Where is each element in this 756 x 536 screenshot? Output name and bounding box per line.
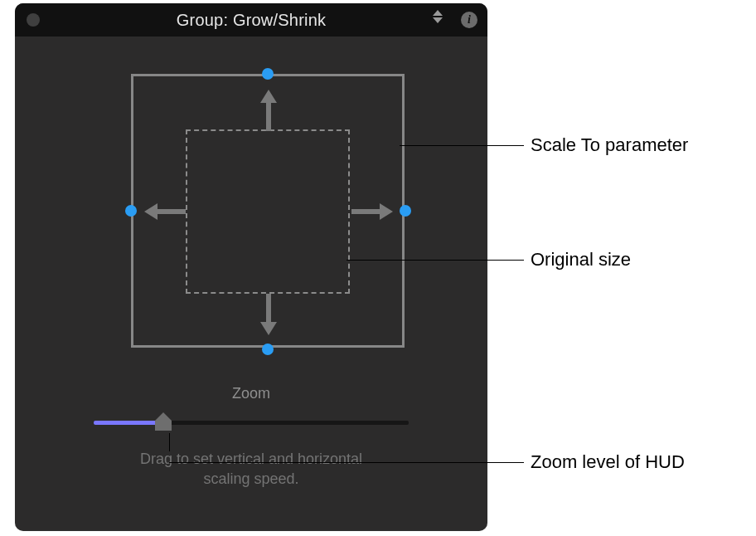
scale-handle-left[interactable] <box>125 205 137 217</box>
svg-marker-6 <box>155 412 172 431</box>
svg-marker-5 <box>351 203 393 220</box>
zoom-hint-line2: scaling speed. <box>203 470 298 487</box>
scale-handle-right[interactable] <box>400 205 411 217</box>
arrow-down-icon <box>260 294 277 335</box>
scale-handle-top[interactable] <box>262 68 274 80</box>
window-control-dot[interactable] <box>27 13 40 27</box>
callout-line <box>169 462 524 463</box>
slider-fill <box>94 421 163 425</box>
callout-line <box>400 145 524 146</box>
title-stepper-icon[interactable] <box>431 10 444 23</box>
hud-header: Group: Grow/Shrink i <box>15 3 487 37</box>
svg-marker-1 <box>433 17 443 23</box>
callout-label-zoom: Zoom level of HUD <box>531 451 685 473</box>
original-size-box <box>186 129 350 294</box>
callout-line <box>346 260 524 261</box>
callout-label-original: Original size <box>531 249 631 270</box>
arrow-up-icon <box>260 90 277 131</box>
callout-label-scale-to: Scale To parameter <box>531 134 688 156</box>
scale-handle-bottom[interactable] <box>262 344 274 355</box>
callout-zoom: Zoom level of HUD <box>169 451 685 473</box>
arrow-left-icon <box>144 203 186 220</box>
hud-title[interactable]: Group: Grow/Shrink <box>15 11 487 30</box>
svg-marker-3 <box>260 294 277 335</box>
info-icon[interactable]: i <box>461 12 477 28</box>
svg-marker-0 <box>433 10 443 16</box>
callout-scale-to: Scale To parameter <box>400 134 688 156</box>
scale-canvas[interactable] <box>15 37 487 385</box>
arrow-right-icon <box>351 203 393 220</box>
callout-original: Original size <box>346 249 631 270</box>
zoom-section: Zoom Drag to set vertical and horizontal… <box>15 385 487 489</box>
zoom-slider[interactable] <box>94 412 409 432</box>
svg-marker-4 <box>144 203 186 220</box>
svg-marker-2 <box>260 90 277 131</box>
zoom-label: Zoom <box>65 385 438 402</box>
callout-stub <box>169 433 170 451</box>
